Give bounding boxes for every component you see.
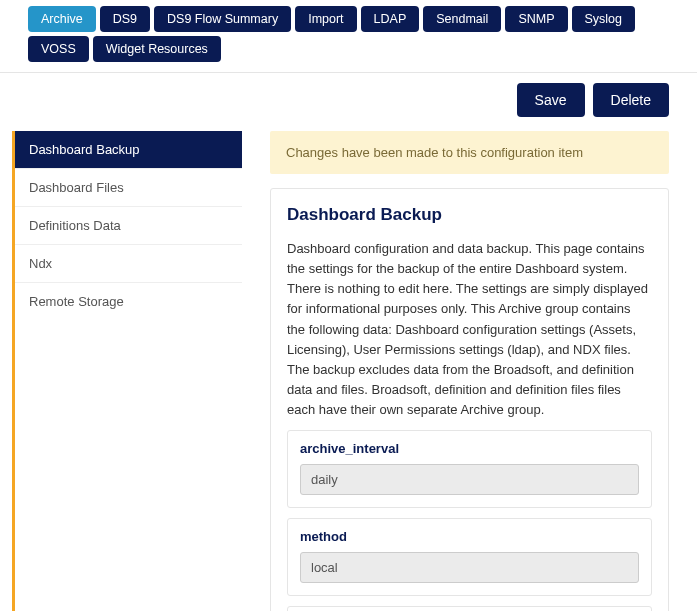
dashboard-backup-card: Dashboard Backup Dashboard configuration…: [270, 188, 669, 611]
field-label: method: [300, 529, 639, 544]
save-button[interactable]: Save: [517, 83, 585, 117]
method-input: [300, 552, 639, 583]
tab-ldap[interactable]: LDAP: [361, 6, 420, 32]
tab-voss[interactable]: VOSS: [28, 36, 89, 62]
main-content: Changes have been made to this configura…: [270, 131, 685, 611]
card-description: Dashboard configuration and data backup.…: [287, 239, 652, 420]
tab-sendmail[interactable]: Sendmail: [423, 6, 501, 32]
action-bar: Save Delete: [0, 73, 697, 131]
archive-interval-input: [300, 464, 639, 495]
tab-ds9[interactable]: DS9: [100, 6, 150, 32]
delete-button[interactable]: Delete: [593, 83, 669, 117]
field-archive-interval: archive_interval: [287, 430, 652, 508]
card-title: Dashboard Backup: [287, 205, 652, 225]
tab-syslog[interactable]: Syslog: [572, 6, 636, 32]
field-destination: destination: [287, 606, 652, 611]
tab-snmp[interactable]: SNMP: [505, 6, 567, 32]
sidebar-item-ndx[interactable]: Ndx: [15, 245, 242, 283]
tab-archive[interactable]: Archive: [28, 6, 96, 32]
field-method: method: [287, 518, 652, 596]
tab-ds9-flow-summary[interactable]: DS9 Flow Summary: [154, 6, 291, 32]
tab-widget-resources[interactable]: Widget Resources: [93, 36, 221, 62]
sidebar: Dashboard Backup Dashboard Files Definit…: [12, 131, 242, 611]
sidebar-item-dashboard-backup[interactable]: Dashboard Backup: [15, 131, 242, 169]
sidebar-item-dashboard-files[interactable]: Dashboard Files: [15, 169, 242, 207]
tab-import[interactable]: Import: [295, 6, 356, 32]
sidebar-item-definitions-data[interactable]: Definitions Data: [15, 207, 242, 245]
field-label: archive_interval: [300, 441, 639, 456]
changes-banner: Changes have been made to this configura…: [270, 131, 669, 174]
sidebar-item-remote-storage[interactable]: Remote Storage: [15, 283, 242, 320]
top-tabs: Archive DS9 DS9 Flow Summary Import LDAP…: [0, 0, 697, 73]
